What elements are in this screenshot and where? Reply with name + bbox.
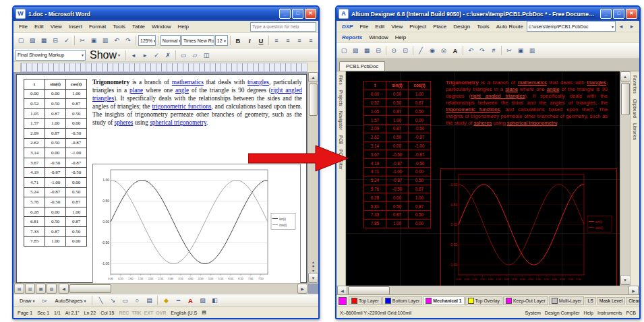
menu-item[interactable]: Insert (65, 23, 86, 30)
panel-tab[interactable]: Favorites (633, 75, 637, 94)
pcb-editor-canvas[interactable]: tsin(t)cos(t)0.000.001.000.520.500.871.0… (346, 71, 620, 286)
textbox-tool-icon[interactable]: ▤ (144, 295, 154, 307)
hyperlink[interactable]: trigonometric functions (446, 106, 500, 112)
layer-bar-button[interactable]: Clear (626, 297, 639, 304)
table-cell[interactable]: 5.24 (364, 176, 386, 185)
table-cell[interactable]: -0.50 (66, 128, 87, 138)
table-cell[interactable]: 0.50 (66, 187, 87, 197)
table-cell[interactable]: 1.00 (409, 90, 431, 98)
panel-button[interactable]: Instruments (597, 311, 622, 315)
table-cell[interactable]: -0.50 (409, 124, 431, 133)
new-document-icon[interactable]: ▢ (339, 45, 349, 57)
table-cell[interactable]: 0.00 (409, 116, 431, 125)
table-cell[interactable]: 0.00 (409, 219, 431, 228)
active-document-select[interactable]: c:\users\temp\PCB1.PcbDoc ▾ (527, 21, 616, 32)
table-cell[interactable]: 6.28 (24, 207, 45, 217)
line-tool-icon[interactable]: ╲ (95, 295, 106, 307)
undo-icon[interactable]: ↶ (111, 35, 122, 46)
print-layout-view-icon[interactable]: ▦ (36, 284, 46, 294)
font-size-select[interactable]: 12 ▾ (215, 35, 228, 46)
table-cell[interactable]: 1.00 (66, 207, 87, 217)
bold-icon[interactable]: B (233, 35, 243, 46)
zoom-select[interactable]: 125% ▾ (138, 35, 156, 46)
table-cell[interactable]: 0.00 (45, 89, 66, 99)
layer-tab[interactable]: Keep-Out Layer (503, 296, 548, 305)
table-cell[interactable]: -1.00 (66, 148, 87, 158)
underline-icon[interactable]: U (256, 35, 266, 46)
scroll-down-icon[interactable]: ▼ (308, 273, 318, 283)
accept-change-icon[interactable]: ✓ (151, 49, 162, 61)
minimize-button[interactable]: _ (600, 9, 612, 19)
menu-item[interactable]: Format (86, 23, 109, 30)
table-cell[interactable]: 0.00 (66, 236, 87, 247)
shadow-style-icon[interactable]: ▨ (197, 295, 208, 307)
reviewing-pane-icon[interactable]: ◫ (201, 49, 212, 61)
table-cell[interactable]: -0.50 (409, 159, 431, 168)
scrollbar-thumb[interactable] (621, 83, 630, 115)
horizontal-ruler[interactable] (20, 63, 308, 72)
menu-item[interactable]: Edit (31, 23, 47, 30)
table-cell[interactable]: 0.00 (386, 141, 409, 150)
panel-tab[interactable]: Libraries (633, 123, 637, 140)
status-flag[interactable]: OVR (156, 311, 166, 315)
table-cell[interactable]: 1.00 (45, 236, 66, 247)
table-cell[interactable]: 0.50 (409, 176, 431, 185)
horizontal-scrollbar[interactable]: ▤ ▥ ▦ ▧ ◀ ▶ (13, 283, 308, 294)
hyperlink[interactable]: spherical trigonometry (507, 120, 557, 126)
word-titlebar[interactable]: W 1.doc - Microsoft Word _ □ ✕ (13, 7, 318, 21)
status-flag[interactable]: EXT (144, 311, 154, 315)
table-cell[interactable]: 1.00 (66, 89, 87, 99)
cut-icon[interactable]: ✂ (504, 45, 515, 57)
scroll-right-icon[interactable]: ▶ (297, 284, 308, 294)
table-cell[interactable]: -0.50 (386, 150, 409, 159)
pcb-trigonometry-text[interactable]: Trigonometry is a branch of mathematics … (446, 79, 608, 127)
reject-change-icon[interactable]: ✗ (163, 49, 173, 61)
layer-tab[interactable]: Mechanical 1 (423, 296, 464, 305)
menu-item[interactable]: File (16, 23, 31, 30)
font-color-icon[interactable]: A (185, 295, 196, 307)
menu-item[interactable]: Window (148, 23, 174, 30)
panel-tab[interactable]: Files (339, 75, 343, 85)
place-pad-icon[interactable]: ◉ (427, 45, 438, 57)
panel-button[interactable]: Design Compiler (545, 311, 580, 315)
scroll-down-icon[interactable]: ▼ (620, 275, 631, 285)
table-cell[interactable]: 1.00 (386, 219, 409, 228)
table-cell[interactable]: 0.87 (409, 98, 431, 107)
close-button[interactable]: ✕ (305, 9, 316, 19)
oval-tool-icon[interactable]: ○ (131, 295, 142, 307)
table-cell[interactable]: 7.85 (24, 236, 45, 247)
browse-prev-icon[interactable]: ▴ (312, 259, 314, 264)
hyperlink[interactable]: trigonometric functions (152, 103, 211, 110)
menu-item[interactable]: View (388, 23, 406, 30)
table-cell[interactable]: 5.24 (24, 187, 45, 197)
table-cell[interactable]: 2.09 (24, 128, 45, 138)
sin-cos-data-table[interactable]: tsin(t)cos(t)0.000.001.000.520.500.871.0… (24, 79, 87, 247)
browse-next-icon[interactable]: ▾ (312, 268, 314, 273)
rectangle-tool-icon[interactable]: ▭ (119, 295, 130, 307)
table-cell[interactable]: 1.00 (45, 119, 66, 129)
table-cell[interactable]: -0.87 (45, 187, 66, 197)
menu-item[interactable]: Tools (109, 23, 129, 30)
redo-icon[interactable]: ↷ (123, 35, 134, 46)
close-button[interactable]: ✕ (626, 9, 637, 19)
hyperlink[interactable]: angle (175, 87, 189, 94)
table-cell[interactable]: 7.85 (364, 219, 386, 228)
panel-tab[interactable]: Projects (339, 90, 343, 106)
menu-item[interactable]: Auto Route (493, 23, 527, 30)
table-cell[interactable]: 0.87 (386, 107, 409, 116)
table-cell[interactable]: 6.81 (364, 202, 386, 211)
table-cell[interactable]: -0.50 (45, 197, 66, 207)
table-cell[interactable]: 0.00 (386, 193, 409, 202)
table-cell[interactable]: 7.33 (364, 210, 386, 219)
table-cell[interactable]: 0.87 (45, 226, 66, 236)
panel-button[interactable]: PCB (626, 311, 636, 315)
table-cell[interactable]: 0.87 (409, 185, 431, 193)
scroll-up-icon[interactable]: ▲ (308, 72, 318, 82)
display-for-review-select[interactable]: Final Showing Markup ▾ (16, 50, 86, 61)
table-cell[interactable]: -0.50 (66, 168, 87, 178)
table-cell[interactable]: 0.50 (66, 226, 87, 236)
table-cell[interactable]: 0.87 (66, 197, 87, 207)
table-cell[interactable]: 0.50 (386, 98, 409, 107)
scroll-up-icon[interactable]: ▲ (620, 71, 631, 82)
menu-item[interactable]: DXP (339, 23, 356, 30)
